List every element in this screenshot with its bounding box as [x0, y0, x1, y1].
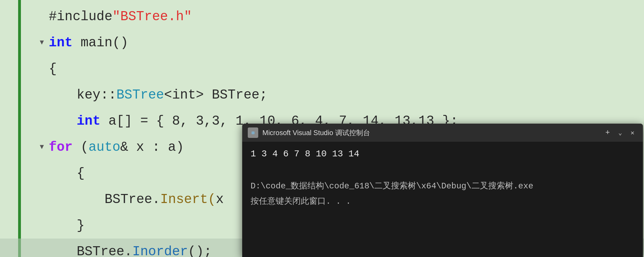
chevron-insert: [91, 186, 105, 212]
code-insert-arg: x: [216, 186, 224, 212]
editor-area: #include"BSTree.h" ▾ int main() { key::B…: [0, 0, 644, 257]
code-close-brace-2: }: [77, 212, 85, 239]
code-key-ns: key::: [77, 82, 116, 108]
chevron-arr: [63, 108, 77, 134]
chevron-bstree: [63, 82, 77, 108]
code-line-main: ▾ int main(): [0, 30, 644, 56]
code-int-keyword-arr: int: [77, 108, 100, 134]
code-bstree-ref-insert: BSTree.: [105, 186, 160, 212]
terminal-output-path: D:\code_数据结构\code_618\二叉搜索树\x64\Debug\二叉…: [251, 180, 635, 193]
terminal-title: Microsoft Visual Studio 调试控制台: [262, 128, 598, 138]
chevron-for: ▾: [35, 134, 49, 160]
code-include-hash: #include: [49, 3, 112, 30]
terminal-controls: + ⌄ ✕: [603, 128, 637, 138]
chevron-brace2: [63, 160, 77, 186]
chevron-main: ▾: [35, 30, 49, 56]
terminal-close-button[interactable]: ✕: [628, 128, 637, 138]
terminal-output-prompt: 按任意键关闭此窗口. . .: [251, 195, 635, 208]
code-bstree-decl-rest: <int> BSTree;: [164, 82, 267, 108]
code-line-include: #include"BSTree.h": [0, 3, 644, 30]
code-inorder-method: Inorder: [132, 239, 188, 257]
code-insert-method: Insert(: [160, 186, 216, 212]
terminal-output-numbers: 1 3 4 6 7 8 10 13 14: [251, 147, 635, 161]
code-open-brace-1: {: [49, 56, 57, 82]
code-line-open-brace-1: {: [0, 56, 644, 82]
code-int-keyword: int: [49, 30, 72, 56]
chevron-inorder: [63, 239, 77, 257]
chevron-include: [35, 3, 49, 30]
code-for-keyword: for: [49, 134, 72, 160]
code-bstree-type: BSTree: [116, 82, 164, 108]
code-line-bstree-decl: key::BSTree<int> BSTree;: [0, 82, 644, 108]
terminal-app-icon: ⊞: [248, 127, 258, 138]
terminal-add-button[interactable]: +: [603, 128, 613, 137]
code-auto-keyword: auto: [89, 134, 120, 160]
code-include-file: "BSTree.h": [112, 3, 192, 30]
terminal-body: 1 3 4 6 7 8 10 13 14 D:\code_数据结构\code_6…: [242, 142, 643, 216]
chevron-brace1: [35, 56, 49, 82]
terminal-titlebar: ⊞ Microsoft Visual Studio 调试控制台 + ⌄ ✕: [242, 124, 643, 142]
code-open-brace-2: {: [77, 160, 85, 186]
code-main-name: main(): [72, 30, 128, 56]
terminal-dropdown-button[interactable]: ⌄: [615, 129, 625, 137]
code-for-paren-open: (: [72, 134, 89, 160]
code-for-rest: & x : a): [120, 134, 184, 160]
code-inorder-paren: ();: [188, 239, 212, 257]
code-bstree-ref-inorder: BSTree.: [77, 239, 132, 257]
terminal-window: ⊞ Microsoft Visual Studio 调试控制台 + ⌄ ✕ 1 …: [242, 124, 643, 257]
chevron-cbrace2: [63, 212, 77, 239]
terminal-output-blank: [251, 164, 635, 177]
